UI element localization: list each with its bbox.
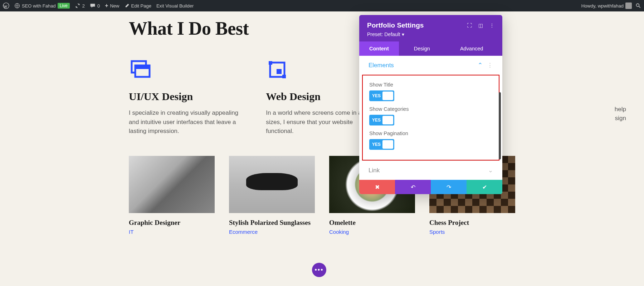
section-elements-header[interactable]: Elements ⌃ ⋮ <box>359 56 502 75</box>
chevron-up-icon: ⌃ <box>478 61 483 69</box>
portfolio-title: Stylish Polarized Sunglasses <box>229 219 315 227</box>
panel-header[interactable]: Portfolio Settings ⛶ ◫ ⋮ Preset: Default… <box>359 15 502 41</box>
toggle-show-title-row: Show Title YES <box>369 82 492 101</box>
preset-label: Preset: Default <box>367 31 400 37</box>
toggle-show-pagination-row: Show Pagination YES <box>369 130 492 150</box>
redo-icon: ↷ <box>447 184 451 191</box>
wp-logo[interactable] <box>3 3 9 9</box>
toggle-label: Show Categories <box>369 106 492 112</box>
svg-rect-9 <box>277 69 282 74</box>
toggle-value: YES <box>369 118 381 123</box>
howdy-link[interactable]: Howdy, wpwithfahad <box>581 3 632 9</box>
service-title: UI/UX Design <box>129 90 241 103</box>
exit-vb-label: Exit Visual Builder <box>156 3 194 9</box>
toggle-knob <box>382 140 393 149</box>
portfolio-category-link[interactable]: Ecommerce <box>229 229 315 235</box>
live-badge: Live <box>58 3 70 9</box>
browser-stack-icon <box>129 58 152 81</box>
portfolio-category-link[interactable]: Sports <box>429 229 515 235</box>
svg-point-2 <box>636 4 639 6</box>
undo-button[interactable]: ↶ <box>395 180 431 194</box>
avatar <box>625 3 632 9</box>
portfolio-settings-panel: Portfolio Settings ⛶ ◫ ⋮ Preset: Default… <box>359 15 502 194</box>
kebab-icon[interactable]: ⋮ <box>489 23 494 28</box>
elements-highlight-box: Show Title YES Show Categories YES Show … <box>362 75 499 161</box>
kebab-icon[interactable]: ⋮ <box>487 61 493 69</box>
toggle-label: Show Title <box>369 82 492 88</box>
portfolio-category-link[interactable]: Cooking <box>329 229 415 235</box>
search-icon[interactable] <box>635 3 641 9</box>
section-link-header[interactable]: Link ⌄ <box>359 161 502 180</box>
service-desc: I specialize in creating visually appeal… <box>129 108 241 136</box>
edit-page-link[interactable]: Edit Page <box>125 3 151 9</box>
tab-design[interactable]: Design <box>399 41 445 56</box>
chevron-down-icon: ⌄ <box>488 167 493 174</box>
panel-scrollbar[interactable] <box>499 92 501 159</box>
toggle-show-categories-row: Show Categories YES <box>369 106 492 125</box>
portfolio-item[interactable]: Graphic Designer IT <box>129 156 215 235</box>
site-name-text: SEO with Fahad <box>22 3 56 9</box>
service-desc-fragment: help <box>615 105 626 114</box>
toggle-value: YES <box>369 93 381 98</box>
tab-content[interactable]: Content <box>359 41 399 56</box>
section-link-label: Link <box>369 167 380 174</box>
portfolio-title: Omelette <box>329 219 415 227</box>
panel-actions: ✖ ↶ ↷ ✔ <box>359 180 502 194</box>
check-icon: ✔ <box>482 184 487 191</box>
new-label: New <box>110 3 119 9</box>
updates-count: 2 <box>82 3 85 9</box>
panel-title: Portfolio Settings <box>367 21 424 29</box>
cancel-button[interactable]: ✖ <box>359 180 395 194</box>
preset-dropdown[interactable]: Preset: Default ▾ <box>367 31 494 37</box>
section-elements-label: Elements <box>369 62 394 69</box>
edit-page-label: Edit Page <box>131 3 151 9</box>
updates-link[interactable]: 2 <box>75 3 85 9</box>
portfolio-title: Graphic Designer <box>129 219 215 227</box>
panel-tabs: Content Design Advanced <box>359 41 502 56</box>
portfolio-item[interactable]: Stylish Polarized Sunglasses Ecommerce <box>229 156 315 235</box>
toggle-label: Show Pagination <box>369 130 492 136</box>
page-content: What I Do Best UI/UX Design I specialize… <box>0 18 644 235</box>
toggle-knob <box>382 116 393 124</box>
undo-icon: ↶ <box>411 184 415 191</box>
divi-fab-button[interactable]: ••• <box>312 263 326 277</box>
comments-link[interactable]: 0 <box>90 3 100 9</box>
save-button[interactable]: ✔ <box>467 180 502 194</box>
expand-icon[interactable]: ⛶ <box>467 23 472 28</box>
service-desc-fragment: sign <box>615 114 626 123</box>
caret-down-icon: ▾ <box>402 31 404 37</box>
exit-visual-builder-link[interactable]: Exit Visual Builder <box>156 3 194 9</box>
more-icon: ••• <box>315 266 324 274</box>
toggle-show-title[interactable]: YES <box>369 90 394 101</box>
close-icon: ✖ <box>375 184 380 191</box>
portfolio-thumb <box>229 156 315 213</box>
toggle-knob <box>382 92 393 100</box>
toggle-value: YES <box>369 142 381 147</box>
wp-admin-bar: SEO with Fahad Live 2 0 + New Edit Page … <box>0 0 644 11</box>
howdy-text: Howdy, wpwithfahad <box>581 3 624 9</box>
portfolio-thumb <box>129 156 215 213</box>
redo-button[interactable]: ↷ <box>431 180 467 194</box>
toggle-show-categories[interactable]: YES <box>369 115 394 125</box>
svg-rect-7 <box>269 61 272 65</box>
service-uiux: UI/UX Design I specialize in creating vi… <box>129 58 241 136</box>
tab-advanced[interactable]: Advanced <box>445 41 498 56</box>
snap-icon[interactable]: ◫ <box>478 23 483 28</box>
comments-count: 0 <box>97 3 100 9</box>
svg-rect-5 <box>135 65 150 69</box>
toggle-show-pagination[interactable]: YES <box>369 139 394 150</box>
svg-rect-8 <box>282 75 286 78</box>
site-name-link[interactable]: SEO with Fahad Live <box>14 3 70 9</box>
crop-icon <box>266 58 289 81</box>
new-link[interactable]: + New <box>105 3 119 9</box>
portfolio-category-link[interactable]: IT <box>129 229 215 235</box>
portfolio-title: Chess Project <box>429 219 515 227</box>
